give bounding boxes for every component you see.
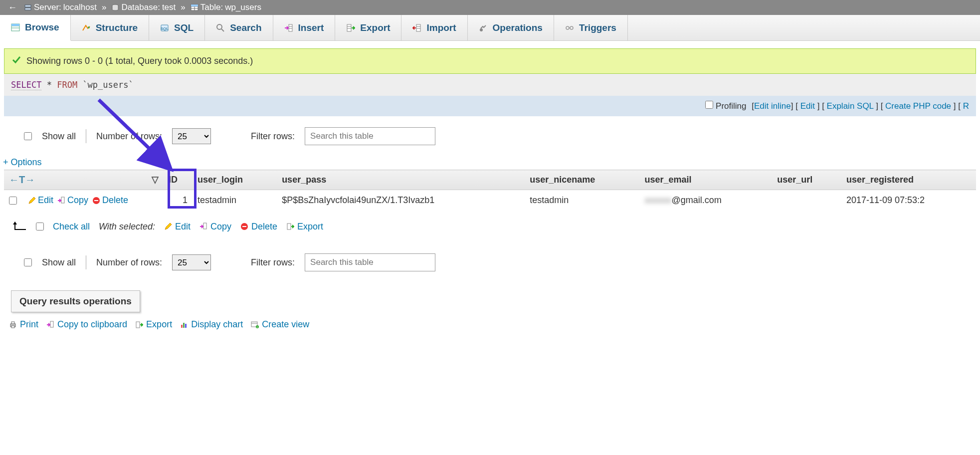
row-edit-link[interactable]: Edit [28,195,53,206]
profiling-label: Profiling [716,101,746,111]
svg-point-27 [566,26,569,29]
breadcrumb: ← Server: localhost » Database: test » T… [0,0,980,15]
cell-user-login: testadmin [193,190,277,211]
tab-operations-label: Operations [493,22,543,33]
sql-icon: SQL [160,23,169,32]
tab-insert[interactable]: Insert [273,15,336,40]
cell-user-email: xxxxxx@gmail.com [640,190,773,211]
svg-rect-45 [185,324,187,328]
tab-import-label: Import [426,22,456,33]
options-link[interactable]: + Options [0,154,980,170]
controls-bottom: Show all Number of rows: 25 Filter rows: [0,242,980,280]
svg-point-26 [480,28,483,31]
bulk-export-link[interactable]: Export [286,222,323,232]
bulk-delete-link[interactable]: Delete [240,222,277,232]
bulk-copy-link[interactable]: Copy [199,222,231,232]
check-all-link[interactable]: Check all [53,222,90,232]
create-php-link[interactable]: Create PHP code [885,101,951,111]
filter-input[interactable] [305,127,435,145]
export-icon [286,223,294,230]
pencil-icon [28,197,36,205]
back-arrow[interactable]: ← [3,2,22,13]
success-message: Showing rows 0 - 0 (1 total, Query took … [4,48,976,74]
svg-rect-40 [11,326,14,328]
col-user-registered[interactable]: user_registered [841,170,976,190]
qops-export-link[interactable]: Export [135,319,172,330]
row-checkbox[interactable] [9,197,17,205]
crumb-server[interactable]: Server: localhost [22,2,99,12]
tab-operations[interactable]: Operations [468,15,554,40]
crumb-table-value: wp_users [225,2,261,12]
copy-icon [46,321,54,329]
sql-select: SELECT [11,80,41,90]
row-delete-link[interactable]: Delete [92,195,128,206]
col-user-login[interactable]: user_login [193,170,277,190]
num-rows-select[interactable]: 25 [172,128,211,144]
crumb-table-label: Table: [200,2,223,12]
svg-rect-17 [289,24,292,31]
sql-query: SELECT * FROM `wp_users` [4,74,976,96]
table-row: Edit Copy Delete 1 testadmin $P$BsZhaIyv… [4,190,976,211]
profiling-checkbox[interactable] [705,101,713,109]
svg-rect-39 [11,322,14,324]
svg-rect-23 [416,24,420,31]
check-icon [11,55,21,67]
qops-chart-link[interactable]: Display chart [180,319,243,330]
check-all-checkbox[interactable] [36,223,44,230]
svg-rect-20 [347,24,351,31]
svg-rect-42 [136,322,140,328]
copy-icon [57,197,65,205]
edit-link[interactable]: Edit [800,101,815,111]
crumb-db[interactable]: Database: test [109,2,178,12]
num-rows-select-bottom[interactable]: 25 [172,254,211,270]
col-id[interactable]: ID [164,170,193,190]
print-icon [9,321,17,329]
database-icon [111,3,119,11]
crumb-db-value: test [162,2,176,12]
qops-copy-link[interactable]: Copy to clipboard [46,319,127,330]
tab-import[interactable]: Import [401,15,467,40]
edit-inline-link[interactable]: Edit inline [754,101,791,111]
cell-user-registered: 2017-11-09 07:53:2 [841,190,976,211]
tab-sql[interactable]: SQL SQL [149,15,205,40]
col-user-email[interactable]: user_email [640,170,773,190]
tab-triggers[interactable]: Triggers [554,15,628,40]
tab-structure-label: Structure [96,22,138,33]
bulk-actions: Check all With selected: Edit Copy Delet… [0,211,980,242]
col-resize-icon[interactable]: ←T→ [9,174,35,185]
crumb-server-label: Server: [34,2,61,12]
col-user-nicename[interactable]: user_nicename [525,170,639,190]
row-copy-link[interactable]: Copy [57,195,88,206]
tab-browse[interactable]: Browse [0,15,71,41]
filter-label-bottom: Filter rows: [251,257,295,268]
with-selected-label: With selected: [99,222,155,232]
show-all-checkbox-bottom[interactable] [24,258,32,266]
explain-link[interactable]: Explain SQL [827,101,874,111]
sort-icon[interactable]: ▽ [152,174,159,185]
refresh-link[interactable]: R [963,101,969,111]
qops-print-link[interactable]: Print [9,319,38,330]
col-user-url[interactable]: user_url [772,170,841,190]
delete-icon [92,197,100,205]
results-wrap: ←T→ ▽ ID user_login user_pass user_nicen… [4,170,976,211]
show-all-checkbox[interactable] [24,132,32,140]
tab-structure[interactable]: Structure [71,15,149,40]
email-redacted: xxxxxx [645,195,672,205]
svg-rect-33 [94,200,98,201]
chart-icon [180,321,188,329]
svg-rect-34 [203,223,206,229]
triggers-icon [565,23,574,32]
structure-icon [82,23,91,32]
col-user-pass[interactable]: user_pass [277,170,525,190]
qops-view-link[interactable]: +Create view [251,319,309,330]
bulk-edit-link[interactable]: Edit [164,222,191,232]
num-rows-label-bottom: Number of rows: [96,257,162,268]
sql-ident: `wp_users` [82,80,133,90]
tab-search[interactable]: Search [205,15,273,40]
svg-rect-1 [25,8,31,10]
cell-id: 1 [164,190,193,211]
crumb-table[interactable]: Table: wp_users [189,2,263,12]
tab-export[interactable]: Export [335,15,401,40]
export-icon [346,23,355,32]
filter-input-bottom[interactable] [305,253,435,271]
